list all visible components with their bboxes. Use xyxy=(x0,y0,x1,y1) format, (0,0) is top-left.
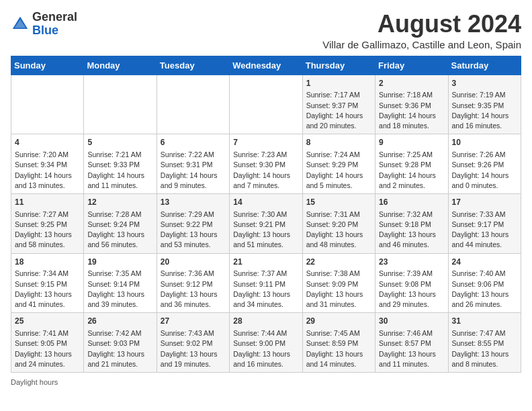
calendar-header-monday: Monday xyxy=(84,56,157,75)
day-number: 30 xyxy=(379,316,444,327)
calendar-header-sunday: Sunday xyxy=(11,56,84,75)
calendar-cell xyxy=(11,75,84,134)
calendar-cell: 31Sunrise: 7:47 AM Sunset: 8:55 PM Dayli… xyxy=(448,313,521,373)
calendar-cell: 4Sunrise: 7:20 AM Sunset: 9:34 PM Daylig… xyxy=(11,134,84,194)
day-number: 31 xyxy=(452,316,517,327)
calendar-cell: 1Sunrise: 7:17 AM Sunset: 9:37 PM Daylig… xyxy=(302,75,375,134)
calendar-header-saturday: Saturday xyxy=(448,56,521,75)
calendar-cell: 19Sunrise: 7:35 AM Sunset: 9:14 PM Dayli… xyxy=(84,253,157,313)
calendar-cell: 20Sunrise: 7:36 AM Sunset: 9:12 PM Dayli… xyxy=(157,253,229,313)
calendar-cell: 21Sunrise: 7:37 AM Sunset: 9:11 PM Dayli… xyxy=(230,253,302,313)
calendar-cell: 11Sunrise: 7:27 AM Sunset: 9:25 PM Dayli… xyxy=(11,193,84,253)
day-info: Sunrise: 7:46 AM Sunset: 8:57 PM Dayligh… xyxy=(379,328,444,369)
day-number: 3 xyxy=(452,78,517,89)
day-info: Sunrise: 7:35 AM Sunset: 9:14 PM Dayligh… xyxy=(87,269,152,310)
daylight-label: Daylight hours xyxy=(11,378,58,386)
calendar-week-1: 1Sunrise: 7:17 AM Sunset: 9:37 PM Daylig… xyxy=(11,75,521,134)
day-info: Sunrise: 7:44 AM Sunset: 9:00 PM Dayligh… xyxy=(233,328,298,369)
day-number: 28 xyxy=(233,316,298,327)
day-number: 6 xyxy=(161,137,226,148)
day-number: 23 xyxy=(379,257,444,268)
general-blue-logo-icon xyxy=(11,15,30,34)
day-number: 7 xyxy=(233,137,298,148)
day-number: 24 xyxy=(452,257,517,268)
day-info: Sunrise: 7:43 AM Sunset: 9:02 PM Dayligh… xyxy=(161,328,226,369)
calendar-cell: 22Sunrise: 7:38 AM Sunset: 9:09 PM Dayli… xyxy=(302,253,375,313)
day-info: Sunrise: 7:25 AM Sunset: 9:28 PM Dayligh… xyxy=(379,150,444,191)
day-number: 16 xyxy=(379,197,444,208)
day-info: Sunrise: 7:23 AM Sunset: 9:30 PM Dayligh… xyxy=(233,150,298,191)
calendar-header-row: SundayMondayTuesdayWednesdayThursdayFrid… xyxy=(11,56,521,75)
day-number: 13 xyxy=(161,197,226,208)
calendar-week-5: 25Sunrise: 7:41 AM Sunset: 9:05 PM Dayli… xyxy=(11,313,521,373)
calendar-cell: 13Sunrise: 7:29 AM Sunset: 9:22 PM Dayli… xyxy=(157,193,229,253)
day-number: 15 xyxy=(306,197,371,208)
day-number: 25 xyxy=(15,316,80,327)
day-number: 19 xyxy=(87,257,152,268)
logo-general: General xyxy=(32,10,77,24)
day-info: Sunrise: 7:20 AM Sunset: 9:34 PM Dayligh… xyxy=(15,150,80,191)
header: General Blue August 2024 Villar de Galli… xyxy=(11,11,521,50)
day-number: 14 xyxy=(233,197,298,208)
day-info: Sunrise: 7:24 AM Sunset: 9:29 PM Dayligh… xyxy=(306,150,371,191)
day-info: Sunrise: 7:36 AM Sunset: 9:12 PM Dayligh… xyxy=(161,269,226,310)
day-info: Sunrise: 7:34 AM Sunset: 9:15 PM Dayligh… xyxy=(15,269,80,310)
calendar-cell xyxy=(84,75,157,134)
day-info: Sunrise: 7:33 AM Sunset: 9:17 PM Dayligh… xyxy=(452,210,517,250)
day-info: Sunrise: 7:37 AM Sunset: 9:11 PM Dayligh… xyxy=(233,269,298,310)
day-info: Sunrise: 7:17 AM Sunset: 9:37 PM Dayligh… xyxy=(306,90,371,131)
calendar-header-tuesday: Tuesday xyxy=(157,56,229,75)
month-year-title: August 2024 xyxy=(322,11,521,38)
calendar-cell: 12Sunrise: 7:28 AM Sunset: 9:24 PM Dayli… xyxy=(84,193,157,253)
calendar-header-wednesday: Wednesday xyxy=(230,56,302,75)
day-number: 17 xyxy=(452,197,517,208)
day-number: 18 xyxy=(15,257,80,268)
calendar-header-friday: Friday xyxy=(375,56,448,75)
day-info: Sunrise: 7:19 AM Sunset: 9:35 PM Dayligh… xyxy=(452,90,517,131)
calendar-cell: 14Sunrise: 7:30 AM Sunset: 9:21 PM Dayli… xyxy=(230,193,302,253)
day-info: Sunrise: 7:38 AM Sunset: 9:09 PM Dayligh… xyxy=(306,269,371,310)
location-subtitle: Villar de Gallimazo, Castille and Leon, … xyxy=(322,39,521,50)
logo-blue: Blue xyxy=(32,24,58,37)
day-info: Sunrise: 7:27 AM Sunset: 9:25 PM Dayligh… xyxy=(15,210,80,250)
calendar-cell: 2Sunrise: 7:18 AM Sunset: 9:36 PM Daylig… xyxy=(375,75,448,134)
title-block: August 2024 Villar de Gallimazo, Castill… xyxy=(322,11,521,50)
day-number: 26 xyxy=(87,316,152,327)
calendar-week-3: 11Sunrise: 7:27 AM Sunset: 9:25 PM Dayli… xyxy=(11,193,521,253)
calendar-cell: 15Sunrise: 7:31 AM Sunset: 9:20 PM Dayli… xyxy=(302,193,375,253)
calendar-week-4: 18Sunrise: 7:34 AM Sunset: 9:15 PM Dayli… xyxy=(11,253,521,313)
day-number: 2 xyxy=(379,78,444,89)
day-info: Sunrise: 7:39 AM Sunset: 9:08 PM Dayligh… xyxy=(379,269,444,310)
day-number: 5 xyxy=(87,137,152,148)
day-number: 20 xyxy=(161,257,226,268)
day-info: Sunrise: 7:40 AM Sunset: 9:06 PM Dayligh… xyxy=(452,269,517,310)
calendar-cell: 29Sunrise: 7:45 AM Sunset: 8:59 PM Dayli… xyxy=(302,313,375,373)
day-number: 22 xyxy=(306,257,371,268)
day-number: 9 xyxy=(379,137,444,148)
day-info: Sunrise: 7:31 AM Sunset: 9:20 PM Dayligh… xyxy=(306,210,371,250)
day-number: 27 xyxy=(161,316,226,327)
calendar-cell: 10Sunrise: 7:26 AM Sunset: 9:26 PM Dayli… xyxy=(448,134,521,194)
calendar-cell: 25Sunrise: 7:41 AM Sunset: 9:05 PM Dayli… xyxy=(11,313,84,373)
calendar-cell: 9Sunrise: 7:25 AM Sunset: 9:28 PM Daylig… xyxy=(375,134,448,194)
day-info: Sunrise: 7:28 AM Sunset: 9:24 PM Dayligh… xyxy=(87,210,152,250)
day-info: Sunrise: 7:41 AM Sunset: 9:05 PM Dayligh… xyxy=(15,328,80,369)
calendar-cell: 28Sunrise: 7:44 AM Sunset: 9:00 PM Dayli… xyxy=(230,313,302,373)
calendar-cell: 3Sunrise: 7:19 AM Sunset: 9:35 PM Daylig… xyxy=(448,75,521,134)
calendar-cell xyxy=(230,75,302,134)
calendar-cell: 5Sunrise: 7:21 AM Sunset: 9:33 PM Daylig… xyxy=(84,134,157,194)
calendar-cell: 8Sunrise: 7:24 AM Sunset: 9:29 PM Daylig… xyxy=(302,134,375,194)
day-info: Sunrise: 7:18 AM Sunset: 9:36 PM Dayligh… xyxy=(379,90,444,131)
calendar-header-thursday: Thursday xyxy=(302,56,375,75)
day-number: 4 xyxy=(15,137,80,148)
day-number: 1 xyxy=(306,78,371,89)
calendar-cell: 16Sunrise: 7:32 AM Sunset: 9:18 PM Dayli… xyxy=(375,193,448,253)
calendar-cell: 30Sunrise: 7:46 AM Sunset: 8:57 PM Dayli… xyxy=(375,313,448,373)
day-info: Sunrise: 7:29 AM Sunset: 9:22 PM Dayligh… xyxy=(161,210,226,250)
day-info: Sunrise: 7:42 AM Sunset: 9:03 PM Dayligh… xyxy=(87,328,152,369)
footer: Daylight hours xyxy=(11,378,521,386)
day-number: 11 xyxy=(15,197,80,208)
day-number: 29 xyxy=(306,316,371,327)
day-number: 12 xyxy=(87,197,152,208)
logo-text: General Blue xyxy=(32,11,77,38)
